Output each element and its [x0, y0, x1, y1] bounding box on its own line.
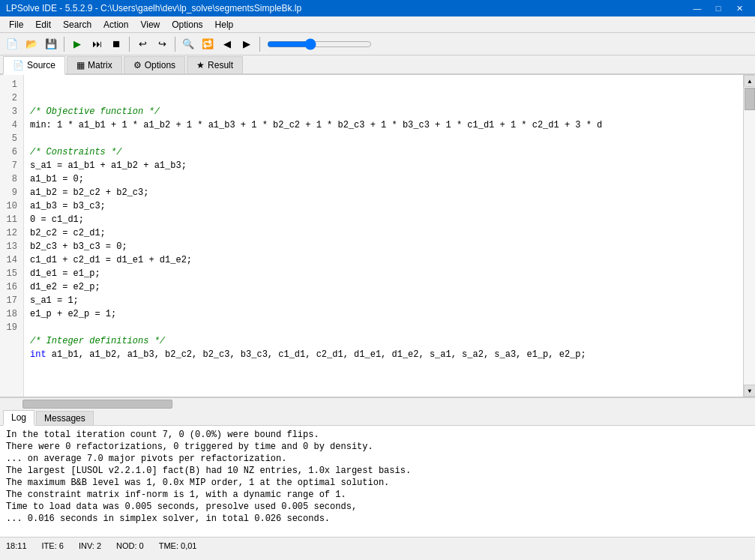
- code-line: b2_c2 = c2_d1;: [30, 226, 749, 240]
- code-line: a1_b1 = 0;: [30, 172, 749, 186]
- code-line: a1_b3 = b3_c3;: [30, 199, 749, 213]
- code-line: d1_e2 = e2_p;: [30, 280, 749, 294]
- code-text: a1_b2 = b2_c2 + b2_c3;: [30, 187, 148, 198]
- log-line: In the total iteration count 7, 0 (0.0%)…: [6, 429, 749, 441]
- toolbar: 📄 📂 💾 ▶ ⏭ ⏹ ↩ ↪ 🔍 🔁 ◀ ▶: [0, 33, 755, 55]
- separator-2: [129, 37, 130, 52]
- tab-label: Matrix: [88, 60, 112, 70]
- code-line: /* Objective function */: [30, 105, 749, 118]
- tab-bar: 📄Source▦Matrix⚙Options★Result: [0, 55, 755, 75]
- code-text: a1_b3 = b3_c3;: [30, 201, 106, 211]
- menu-item-action[interactable]: Action: [97, 18, 134, 31]
- code-area[interactable]: /* Objective function */min: 1 * a1_b1 +…: [24, 75, 755, 397]
- search-button[interactable]: 🔍: [179, 35, 197, 53]
- status-tme: TME: 0,01: [159, 541, 197, 550]
- tab-options[interactable]: ⚙Options: [124, 56, 185, 73]
- menu-item-view[interactable]: View: [134, 18, 166, 31]
- code-line: c1_d1 + c2_d1 = d1_e1 + d1_e2;: [30, 253, 749, 267]
- log-tab-messages[interactable]: Messages: [36, 411, 94, 425]
- replace-button[interactable]: 🔁: [199, 35, 217, 53]
- menu-item-edit[interactable]: Edit: [29, 18, 57, 31]
- log-tab-log[interactable]: Log: [3, 410, 34, 426]
- keyword-int: int: [30, 349, 46, 360]
- log-content: In the total iteration count 7, 0 (0.0%)…: [0, 426, 755, 537]
- line-numbers: 12345678910111213141516171819: [0, 75, 24, 397]
- line-number: 11: [6, 213, 17, 226]
- tab-icon: 📄: [13, 60, 24, 70]
- code-line: int a1_b1, a1_b2, a1_b3, b2_c2, b2_c3, b…: [30, 348, 749, 361]
- menu-bar: FileEditSearchActionViewOptionsHelp: [0, 16, 755, 33]
- code-line: [30, 132, 749, 145]
- menu-item-help[interactable]: Help: [209, 18, 240, 31]
- code-text: min: 1 * a1_b1 + 1 * a1_b2 + 1 * a1_b3 +…: [30, 120, 602, 130]
- code-text: a1_b1 = 0;: [30, 174, 84, 184]
- comment-text: /* Integer definitions */: [30, 336, 165, 346]
- line-number: 9: [6, 186, 17, 199]
- status-ite: ITE: 6: [42, 541, 64, 550]
- tab-label: Options: [145, 60, 175, 70]
- menu-item-file[interactable]: File: [3, 18, 29, 31]
- line-number: 17: [6, 294, 17, 307]
- slider[interactable]: [267, 38, 372, 50]
- code-line: [30, 321, 749, 334]
- separator-4: [259, 37, 260, 52]
- separator-1: [64, 37, 64, 52]
- line-number: 12: [6, 226, 17, 240]
- tab-result[interactable]: ★Result: [187, 56, 243, 73]
- editor-hscroll[interactable]: [0, 397, 755, 409]
- scroll-thumb[interactable]: [745, 88, 755, 110]
- step-button[interactable]: ⏭: [88, 35, 106, 53]
- scroll-down-arrow[interactable]: ▼: [744, 385, 755, 397]
- menu-item-options[interactable]: Options: [166, 18, 208, 31]
- scroll-up-arrow[interactable]: ▲: [744, 75, 755, 87]
- scroll-track[interactable]: [744, 87, 755, 385]
- editor-area: 12345678910111213141516171819 /* Objecti…: [0, 75, 755, 397]
- undo-button[interactable]: ↩: [133, 35, 151, 53]
- editor-vscrollbar[interactable]: ▲ ▼: [743, 75, 755, 397]
- tab-source[interactable]: 📄Source: [3, 56, 65, 75]
- tab-icon: ★: [196, 60, 205, 70]
- tab-matrix[interactable]: ▦Matrix: [67, 56, 122, 73]
- new-button[interactable]: 📄: [3, 35, 21, 53]
- separator-3: [175, 37, 175, 52]
- log-line: ... 0.016 seconds in simplex solver, in …: [6, 513, 749, 525]
- minimize-button[interactable]: —: [688, 1, 707, 15]
- maximize-button[interactable]: □: [709, 1, 728, 15]
- log-line: The largest [LUSOL v2.2.1.0] fact(B) had…: [6, 465, 749, 477]
- tab-icon: ▦: [76, 60, 85, 70]
- slider-container: [264, 38, 375, 50]
- log-line: The constraint matrix inf-norm is 1, wit…: [6, 489, 749, 501]
- log-line: ... on average 7.0 major pivots per refa…: [6, 453, 749, 465]
- code-text: d1_e1 = e1_p;: [30, 268, 100, 279]
- code-text: c1_d1 + c2_d1 = d1_e1 + d1_e2;: [30, 255, 192, 265]
- status-bar: 18:11 ITE: 6 INV: 2 NOD: 0 TME: 0,01: [0, 537, 755, 553]
- close-button[interactable]: ✕: [730, 1, 749, 15]
- code-line: min: 1 * a1_b1 + 1 * a1_b2 + 1 * a1_b3 +…: [30, 118, 749, 132]
- log-line: Time to load data was 0.005 seconds, pre…: [6, 501, 749, 513]
- open-button[interactable]: 📂: [22, 35, 40, 53]
- stop-button[interactable]: ⏹: [107, 35, 125, 53]
- redo-button[interactable]: ↪: [153, 35, 171, 53]
- line-number: 18: [6, 307, 17, 321]
- code-text: s_a1 = a1_b1 + a1_b2 + a1_b3;: [30, 160, 187, 171]
- code-line: b2_c3 + b3_c3 = 0;: [30, 240, 749, 253]
- find-prev-button[interactable]: ◀: [218, 35, 236, 53]
- run-button[interactable]: ▶: [68, 35, 86, 53]
- tab-label: Source: [27, 60, 55, 70]
- code-line: 0 = c1_d1;: [30, 213, 749, 226]
- code-text: s_a1 = 1;: [30, 295, 79, 306]
- line-number: 5: [6, 132, 17, 145]
- find-next-button[interactable]: ▶: [238, 35, 256, 53]
- hscroll-thumb[interactable]: [22, 400, 172, 409]
- status-position: 18:11: [6, 541, 27, 550]
- line-number: 3: [6, 105, 17, 118]
- tab-label: Result: [208, 60, 233, 70]
- title-text: LPSolve IDE - 5.5.2.9 - C:\Users\gaelh\d…: [6, 3, 688, 13]
- menu-item-search[interactable]: Search: [57, 18, 97, 31]
- line-number: 10: [6, 199, 17, 213]
- comment-text: /* Constraints */: [30, 147, 121, 157]
- code-text: e1_p + e2_p = 1;: [30, 309, 116, 319]
- save-button[interactable]: 💾: [42, 35, 60, 53]
- log-tab-bar: LogMessages: [0, 409, 755, 426]
- line-number: 2: [6, 91, 17, 105]
